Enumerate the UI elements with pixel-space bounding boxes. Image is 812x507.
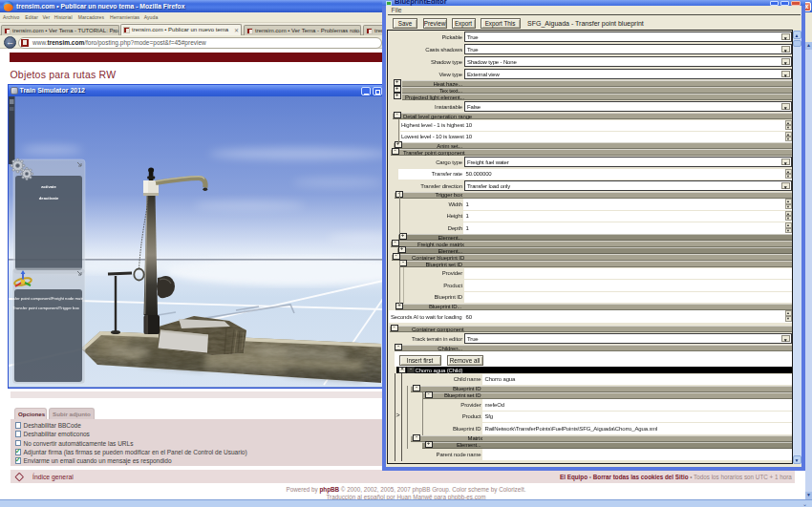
svg-text:ansfer point component/Freight: ansfer point component/Freight node matr [9,296,84,301]
svg-text:Transfer point component/Trigg: Transfer point component/Trigger box [12,306,80,310]
svg-text:activate: activate [41,184,56,189]
svg-text:deactivate: deactivate [39,195,59,200]
